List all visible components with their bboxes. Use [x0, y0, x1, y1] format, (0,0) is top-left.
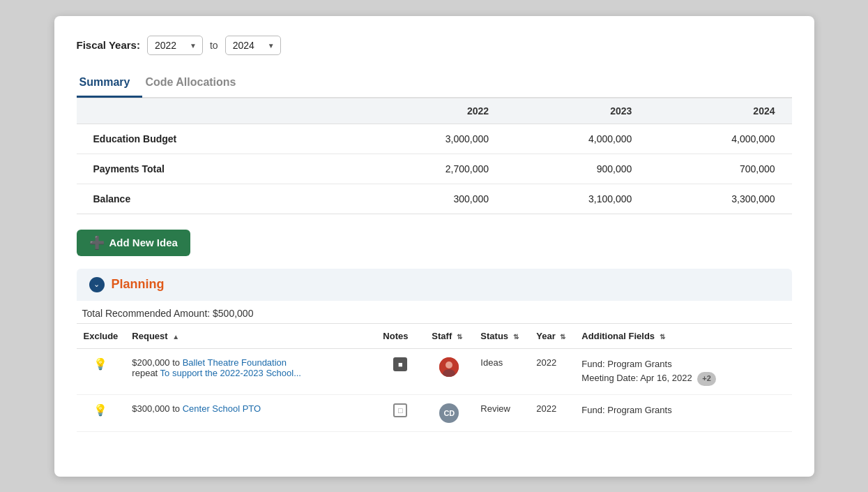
- education-budget-label: Education Budget: [77, 124, 363, 154]
- additional-fields-1: Fund: Program Grants Meeting Date: Apr 1…: [581, 357, 784, 387]
- table-row: 💡 $300,000 to Center School PTO □ CD Rev…: [77, 395, 792, 432]
- avatar-1: [439, 357, 459, 377]
- fiscal-from-wrapper[interactable]: 2022 2021 2020: [147, 36, 203, 55]
- add-idea-label: Add New Idea: [109, 237, 178, 248]
- svg-point-1: [446, 361, 452, 368]
- fiscal-to-label: to: [210, 40, 218, 51]
- action-link-1[interactable]: To support the 2022-2023 School...: [160, 368, 301, 378]
- payments-total-2024: 700,000: [648, 154, 791, 184]
- balance-label: Balance: [77, 184, 363, 214]
- status-cell-2: Review: [473, 395, 529, 432]
- education-budget-2022: 3,000,000: [363, 124, 505, 154]
- status-cell-1: Ideas: [473, 348, 529, 395]
- staff-sort-icon: ⇅: [457, 333, 462, 341]
- requests-header-row: Exclude Request ▲ Notes Staff ⇅ Status ⇅…: [77, 324, 792, 349]
- summary-col-2024: 2024: [648, 98, 791, 124]
- additional-fields-2: Fund: Program Grants: [581, 403, 784, 418]
- lightbulb-icon: 💡: [93, 404, 107, 416]
- repeat-label-1: repeat: [132, 368, 160, 378]
- main-card: Fiscal Years: 2022 2021 2020 to 2024 202…: [54, 16, 814, 477]
- fiscal-to-select[interactable]: 2024 2023 2025: [225, 36, 281, 55]
- additional-sort-icon: ⇅: [660, 333, 665, 341]
- org-link-1[interactable]: Ballet Theatre Foundation: [183, 357, 287, 368]
- col-staff[interactable]: Staff ⇅: [425, 324, 473, 349]
- col-additional[interactable]: Additional Fields ⇅: [574, 324, 791, 349]
- additional-cell-1: Fund: Program Grants Meeting Date: Apr 1…: [574, 348, 791, 395]
- plus-icon: ➕: [89, 237, 105, 249]
- balance-2023: 3,100,000: [505, 184, 648, 214]
- payments-total-label: Payments Total: [77, 154, 363, 184]
- staff-cell-1: [425, 348, 473, 395]
- fiscal-from-select[interactable]: 2022 2021 2020: [147, 36, 203, 55]
- tab-code-allocations[interactable]: Code Allocations: [142, 69, 248, 98]
- avatar-photo-svg: [439, 357, 459, 377]
- col-notes: Notes: [376, 324, 425, 349]
- request-cell-2: $300,000 to Center School PTO: [125, 395, 376, 432]
- summary-col-2023: 2023: [505, 98, 648, 124]
- request-cell-1: $200,000 to Ballet Theatre Foundation re…: [125, 348, 376, 395]
- table-row: 💡 $200,000 to Ballet Theatre Foundation …: [77, 348, 792, 395]
- education-budget-2024: 4,000,000: [648, 124, 791, 154]
- planning-section-header: ⌄ Planning: [77, 269, 792, 301]
- col-request[interactable]: Request ▲: [125, 324, 376, 349]
- amount-text-1: $200,000: [132, 357, 169, 368]
- org-link-2[interactable]: Center School PTO: [183, 403, 261, 414]
- education-budget-2023: 4,000,000: [505, 124, 648, 154]
- payments-total-2022: 2,700,000: [363, 154, 505, 184]
- year-cell-1: 2022: [529, 348, 574, 395]
- staff-cell-2: CD: [425, 395, 473, 432]
- status-sort-icon: ⇅: [513, 333, 519, 341]
- notes-cell-2: □: [376, 395, 425, 432]
- notes-cell-1: ■: [376, 348, 425, 395]
- additional-cell-2: Fund: Program Grants: [574, 395, 791, 432]
- fiscal-to-wrapper[interactable]: 2024 2023 2025: [225, 36, 281, 55]
- exclude-cell-1: 💡: [77, 348, 125, 395]
- tab-bar: Summary Code Allocations: [77, 69, 792, 98]
- balance-2024: 3,300,000: [648, 184, 791, 214]
- table-row: Balance 300,000 3,100,000 3,300,000: [77, 184, 792, 214]
- to-text-1: to: [172, 357, 180, 368]
- exclude-cell-2: 💡: [77, 395, 125, 432]
- avatar-2: CD: [439, 403, 459, 423]
- lightbulb-icon: 💡: [93, 358, 107, 370]
- planning-chevron-icon[interactable]: ⌄: [89, 277, 105, 292]
- amount-text-2: $300,000: [132, 403, 169, 414]
- fiscal-years-row: Fiscal Years: 2022 2021 2020 to 2024 202…: [77, 36, 792, 55]
- requests-table: Exclude Request ▲ Notes Staff ⇅ Status ⇅…: [77, 324, 792, 433]
- payments-total-2023: 900,000: [505, 154, 648, 184]
- year-cell-2: 2022: [529, 395, 574, 432]
- table-row: Education Budget 3,000,000 4,000,000 4,0…: [77, 124, 792, 154]
- request-sort-icon: ▲: [172, 333, 179, 341]
- note-filled-icon[interactable]: ■: [393, 357, 407, 371]
- planning-title: Planning: [112, 277, 165, 292]
- summary-table: 2022 2023 2024 Education Budget 3,000,00…: [77, 98, 792, 214]
- col-year[interactable]: Year ⇅: [529, 324, 574, 349]
- table-row: Payments Total 2,700,000 900,000 700,000: [77, 154, 792, 184]
- fiscal-years-label: Fiscal Years:: [77, 39, 140, 51]
- balance-2022: 300,000: [363, 184, 505, 214]
- tab-summary[interactable]: Summary: [77, 69, 143, 98]
- summary-col-label: [77, 98, 363, 124]
- planning-total: Total Recommended Amount: $500,000: [77, 301, 792, 324]
- summary-col-2022: 2022: [363, 98, 505, 124]
- add-idea-button[interactable]: ➕ Add New Idea: [77, 230, 190, 256]
- col-status[interactable]: Status ⇅: [473, 324, 529, 349]
- year-sort-icon: ⇅: [560, 333, 565, 341]
- col-exclude: Exclude: [77, 324, 125, 349]
- note-outline-icon[interactable]: □: [393, 403, 407, 417]
- to-text-2: to: [172, 403, 182, 414]
- plus-badge-1: +2: [697, 372, 716, 386]
